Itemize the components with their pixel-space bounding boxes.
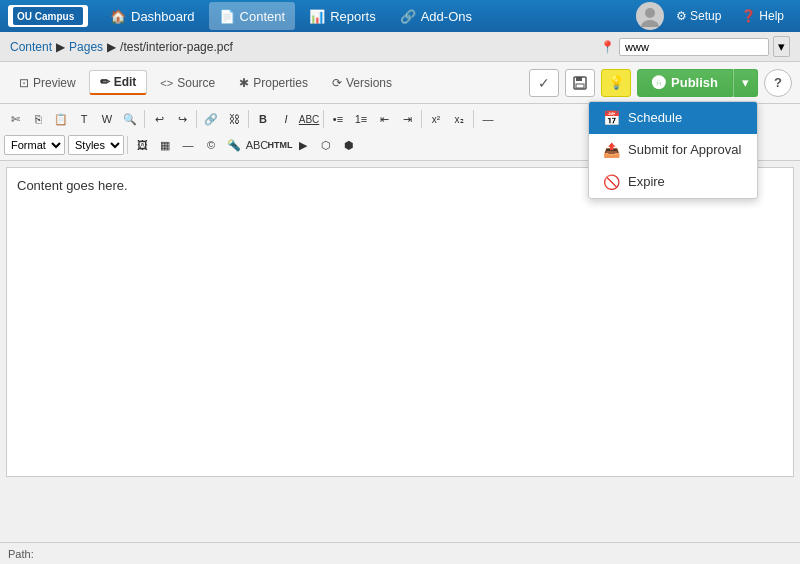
tb-bold[interactable]: B: [252, 108, 274, 130]
setup-label: Setup: [690, 9, 721, 23]
tb-hr[interactable]: —: [177, 134, 199, 156]
tb-paste-word[interactable]: W: [96, 108, 118, 130]
dropdown-expire[interactable]: 🚫 Expire: [589, 166, 757, 198]
styles-select[interactable]: Styles: [68, 135, 124, 155]
user-avatar[interactable]: [636, 2, 664, 30]
publish-button[interactable]: 🅐 Publish: [637, 69, 733, 97]
dropdown-schedule-label: Schedule: [628, 110, 682, 125]
format-select[interactable]: Format: [4, 135, 65, 155]
tb-gadget[interactable]: ⬢: [338, 134, 360, 156]
tb-cut[interactable]: ✄: [4, 108, 26, 130]
breadcrumb-path: /test/interior-page.pcf: [120, 40, 233, 54]
tb-underline[interactable]: ABC: [298, 108, 320, 130]
nav-reports[interactable]: 📊 Reports: [299, 2, 386, 30]
tb-table[interactable]: ▦: [154, 134, 176, 156]
home-icon: 🏠: [110, 9, 126, 24]
tb-unlink[interactable]: ⛓: [223, 108, 245, 130]
logo-image: OU Campus: [8, 5, 88, 27]
help-label: Help: [759, 9, 784, 23]
tb-media[interactable]: ▶: [292, 134, 314, 156]
dropdown-submit-label: Submit for Approval: [628, 142, 741, 157]
tab-source-label: Source: [177, 76, 215, 90]
lightbulb-icon: 💡: [608, 75, 625, 90]
help-question-button[interactable]: ?: [764, 69, 792, 97]
nav-right: ⚙ Setup ❓ Help: [636, 2, 792, 30]
location-icon: 📍: [600, 40, 615, 54]
tb-paste[interactable]: 📋: [50, 108, 72, 130]
breadcrumb-sep1: ▶: [56, 40, 65, 54]
editor-content-area[interactable]: Content goes here.: [6, 167, 794, 477]
versions-icon: ⟳: [332, 76, 342, 90]
toolbar-sep-5: [421, 110, 422, 128]
tb-indent[interactable]: ⇥: [396, 108, 418, 130]
tb-sup[interactable]: x²: [425, 108, 447, 130]
tb-special-char[interactable]: ©: [200, 134, 222, 156]
tab-source[interactable]: <> Source: [149, 71, 226, 95]
tab-preview[interactable]: ⊡ Preview: [8, 71, 87, 95]
tb-highlight[interactable]: 🔦: [223, 134, 245, 156]
tb-paste-text[interactable]: T: [73, 108, 95, 130]
tb-redo[interactable]: ↪: [171, 108, 193, 130]
check-button[interactable]: ✓: [529, 69, 559, 97]
publish-caret-button[interactable]: ▾: [733, 69, 758, 97]
tb-copy[interactable]: ⎘: [27, 108, 49, 130]
addons-icon: 🔗: [400, 9, 416, 24]
tb-image[interactable]: 🖼: [131, 134, 153, 156]
breadcrumb-pages[interactable]: Pages: [69, 40, 103, 54]
nav-dashboard[interactable]: 🏠 Dashboard: [100, 2, 205, 30]
breadcrumb-content[interactable]: Content: [10, 40, 52, 54]
path-label: Path:: [8, 548, 34, 560]
tb-sub[interactable]: x₂: [448, 108, 470, 130]
tb-spellcheck[interactable]: ABC: [246, 134, 268, 156]
logo: OU Campus: [8, 5, 88, 27]
tab-edit-label: Edit: [114, 75, 137, 89]
svg-rect-6: [576, 84, 584, 88]
breadcrumb-location: 📍 ▾: [600, 36, 790, 57]
tb-italic[interactable]: I: [275, 108, 297, 130]
tb-form[interactable]: ⬡: [315, 134, 337, 156]
toolbar-sep-4: [323, 110, 324, 128]
tb-html[interactable]: HTML: [269, 134, 291, 156]
dropdown-expire-label: Expire: [628, 174, 665, 189]
tab-versions[interactable]: ⟳ Versions: [321, 71, 403, 95]
tab-edit[interactable]: ✏ Edit: [89, 70, 148, 95]
tb-outdent[interactable]: ⇤: [373, 108, 395, 130]
reports-icon: 📊: [309, 9, 325, 24]
nav-content[interactable]: 📄 Content: [209, 2, 296, 30]
caret-icon: ▾: [742, 75, 749, 90]
breadcrumb: Content ▶ Pages ▶ /test/interior-page.pc…: [0, 32, 800, 62]
dropdown-submit[interactable]: 📤 Submit for Approval: [589, 134, 757, 166]
help-button[interactable]: ❓ Help: [733, 5, 792, 27]
publish-icon: 🅐: [652, 75, 666, 91]
top-navigation: OU Campus 🏠 Dashboard 📄 Content 📊 Report…: [0, 0, 800, 32]
question-icon: ?: [774, 75, 782, 90]
dropdown-schedule[interactable]: 📅 Schedule: [589, 102, 757, 134]
location-input[interactable]: [619, 38, 769, 56]
properties-icon: ✱: [239, 76, 249, 90]
tb-link[interactable]: 🔗: [200, 108, 222, 130]
lightbulb-button[interactable]: 💡: [601, 69, 631, 97]
preview-icon: ⊡: [19, 76, 29, 90]
tab-actions: ✓ 💡 🅐 Publish ▾ 📅 Schedule: [529, 69, 792, 97]
tab-properties-label: Properties: [253, 76, 308, 90]
publish-dropdown: 📅 Schedule 📤 Submit for Approval 🚫 Expir…: [588, 101, 758, 199]
page-tabs: ⊡ Preview ✏ Edit <> Source ✱ Properties …: [0, 62, 800, 104]
tb-ol[interactable]: 1≡: [350, 108, 372, 130]
tb-undo[interactable]: ↩: [148, 108, 170, 130]
expire-icon: 🚫: [603, 174, 620, 190]
save-button[interactable]: [565, 69, 595, 97]
tab-versions-label: Versions: [346, 76, 392, 90]
tb-more[interactable]: —: [477, 108, 499, 130]
nav-reports-label: Reports: [330, 9, 376, 24]
gear-icon: ⚙: [676, 9, 687, 23]
nav-addons[interactable]: 🔗 Add-Ons: [390, 2, 482, 30]
publish-group: 🅐 Publish ▾ 📅 Schedule 📤 Submit for Appr…: [637, 69, 758, 97]
toolbar-sep-3: [248, 110, 249, 128]
tb-find[interactable]: 🔍: [119, 108, 141, 130]
nav-addons-label: Add-Ons: [421, 9, 472, 24]
setup-button[interactable]: ⚙ Setup: [668, 5, 729, 27]
tb-ul[interactable]: •≡: [327, 108, 349, 130]
location-dropdown-btn[interactable]: ▾: [773, 36, 790, 57]
editor-content: Content goes here.: [17, 178, 128, 193]
tab-properties[interactable]: ✱ Properties: [228, 71, 319, 95]
